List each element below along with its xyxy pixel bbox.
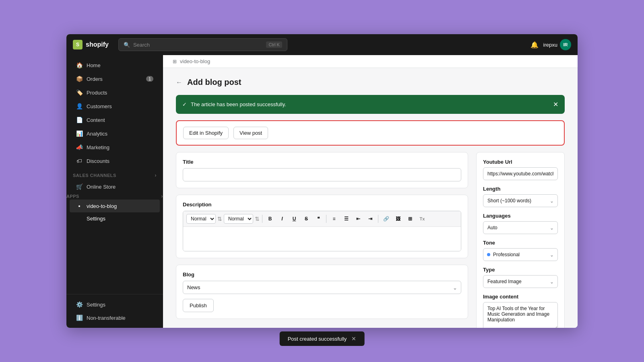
- sidebar-item-video-to-blog[interactable]: ▪ video-to-blog: [70, 200, 160, 212]
- publish-button[interactable]: Publish: [183, 299, 214, 312]
- sales-channels-label: Sales channels: [73, 173, 116, 178]
- sidebar-item-products[interactable]: 🏷️ Products: [70, 86, 160, 99]
- type-field: Type Featured Image Gallery None: [483, 267, 558, 288]
- left-column: Title Description Normal ⇅: [176, 152, 468, 328]
- toolbar-sort2-icon: ⇅: [255, 216, 260, 222]
- image-content-field: Image content Top AI Tools of the Year f…: [483, 294, 558, 328]
- bold-button[interactable]: B: [265, 214, 275, 224]
- sidebar-item-marketing[interactable]: 📣 Marketing: [70, 141, 160, 154]
- settings-label: Settings: [87, 302, 105, 308]
- sidebar-item-label: Home: [87, 62, 101, 68]
- search-bar[interactable]: 🔍 Search Ctrl K: [118, 38, 287, 51]
- tone-select[interactable]: Professional Casual Formal: [483, 248, 558, 261]
- italic-button[interactable]: I: [277, 214, 287, 224]
- settings-sub-label: Settings: [87, 216, 105, 222]
- image-button[interactable]: 🖼: [393, 214, 403, 224]
- sidebar-item-label: Analytics: [87, 131, 107, 137]
- info-icon: ℹ️: [76, 315, 83, 321]
- style2-select[interactable]: Normal: [224, 214, 253, 224]
- tone-select-wrap: Professional Casual Formal: [483, 248, 558, 261]
- strikethrough-button[interactable]: S: [301, 214, 312, 224]
- editor-area[interactable]: [183, 227, 461, 251]
- youtube-url-input[interactable]: [483, 167, 558, 180]
- success-check-icon: ✓: [182, 101, 187, 107]
- blog-card: Blog News Company Blog Tech Blog ⌄: [176, 265, 468, 319]
- sidebar-item-orders[interactable]: 📦 Orders 1: [70, 72, 160, 85]
- length-select[interactable]: Short (~1000 words) Medium (~2000 words)…: [483, 194, 558, 207]
- sidebar-item-label: Products: [87, 90, 107, 96]
- sidebar-item-discounts[interactable]: 🏷 Discounts: [70, 154, 160, 167]
- user-badge[interactable]: irepxu IR: [543, 39, 571, 50]
- style1-select[interactable]: Normal: [186, 214, 216, 224]
- toast-message: Post created successfully: [288, 336, 347, 342]
- edit-in-shopify-button[interactable]: Edit in Shopify: [183, 127, 229, 139]
- indent-button[interactable]: ⇤: [353, 214, 363, 224]
- toast-close-button[interactable]: ✕: [351, 335, 356, 342]
- logo-text: shopify: [86, 41, 109, 48]
- table-button[interactable]: ⊞: [405, 214, 415, 224]
- languages-select[interactable]: Auto English Spanish French: [483, 221, 558, 234]
- tone-label: Tone: [483, 240, 558, 246]
- view-post-button[interactable]: View post: [233, 127, 268, 139]
- length-select-wrap: Short (~1000 words) Medium (~2000 words)…: [483, 194, 558, 207]
- sidebar-sub-settings[interactable]: Settings: [70, 213, 160, 224]
- online-store-icon: 🛒: [76, 183, 83, 190]
- top-nav: S shopify 🔍 Search Ctrl K 🔔 irepxu IR: [66, 34, 578, 55]
- sales-channels-section: Sales channels ›: [66, 168, 163, 180]
- title-label: Title: [183, 159, 461, 165]
- ordered-list-button[interactable]: ≡: [329, 214, 339, 224]
- notification-bell-icon[interactable]: 🔔: [530, 41, 539, 49]
- orders-badge: 1: [146, 76, 153, 82]
- sidebar-item-home[interactable]: 🏠 Home: [70, 59, 160, 72]
- youtube-url-field: Youtube Url: [483, 159, 558, 180]
- clear-format-button[interactable]: Tx: [417, 214, 427, 224]
- page-header: ← Add blog post: [176, 78, 565, 87]
- image-content-textarea[interactable]: Top AI Tools of the Year for Music Gener…: [483, 302, 558, 328]
- products-icon: 🏷️: [76, 89, 83, 96]
- title-input[interactable]: [183, 168, 461, 181]
- sidebar-item-settings[interactable]: ⚙️ Settings: [70, 298, 160, 311]
- toolbar-divider-2: [326, 215, 326, 223]
- search-icon: 🔍: [124, 42, 130, 48]
- two-column-layout: Title Description Normal ⇅: [176, 152, 565, 328]
- username: irepxu: [543, 42, 557, 48]
- toolbar-divider-3: [378, 215, 378, 223]
- online-store-label: Online Store: [87, 184, 116, 190]
- sales-channels-arrow: ›: [155, 173, 157, 178]
- bullet-list-button[interactable]: ☰: [341, 214, 351, 224]
- sidebar-item-label: Discounts: [87, 158, 109, 164]
- sidebar-item-content[interactable]: 📄 Content: [70, 113, 160, 126]
- analytics-icon: 📊: [76, 130, 83, 137]
- back-button[interactable]: ←: [176, 79, 182, 86]
- sidebar-item-customers[interactable]: 👤 Customers: [70, 100, 160, 113]
- editor-wrapper: Normal ⇅ Normal ⇅ B I: [183, 211, 461, 251]
- underline-button[interactable]: U: [289, 214, 299, 224]
- sidebar-item-label: Orders: [87, 76, 103, 82]
- type-select-wrap: Featured Image Gallery None: [483, 275, 558, 288]
- right-column: Youtube Url Length Short (~1000 words) M…: [476, 152, 565, 328]
- description-label: Description: [183, 202, 461, 208]
- type-select[interactable]: Featured Image Gallery None: [483, 275, 558, 288]
- video-to-blog-icon: ▪: [76, 203, 83, 209]
- quote-button[interactable]: ❝: [313, 214, 324, 224]
- blog-select[interactable]: News Company Blog Tech Blog: [183, 281, 461, 294]
- sidebar-item-non-transferable[interactable]: ℹ️ Non-transferable: [70, 311, 160, 324]
- page-content: ← Add blog post ✓ The article has been p…: [163, 68, 578, 328]
- success-close-button[interactable]: ✕: [553, 101, 558, 108]
- outdent-button[interactable]: ⇥: [365, 214, 376, 224]
- sidebar-item-online-store[interactable]: 🛒 Online Store: [70, 180, 160, 193]
- blog-select-wrapper: News Company Blog Tech Blog ⌄: [183, 281, 461, 294]
- sidebar-item-label: Content: [87, 117, 105, 123]
- sidebar-bottom: ⚙️ Settings ℹ️ Non-transferable: [66, 294, 163, 325]
- sidebar-item-analytics[interactable]: 📊 Analytics: [70, 127, 160, 140]
- blog-label: Blog: [183, 272, 461, 278]
- toolbar-divider-1: [262, 215, 262, 223]
- youtube-url-label: Youtube Url: [483, 159, 558, 165]
- breadcrumb-grid-icon: ⊞: [173, 59, 177, 64]
- content-area: ⊞ video-to-blog ← Add blog post ✓ The ar…: [163, 55, 578, 328]
- shopify-logo-icon: S: [73, 40, 83, 49]
- app-name-label: video-to-blog: [87, 203, 117, 209]
- languages-label: Languages: [483, 213, 558, 219]
- publish-wrapper: Publish: [183, 299, 461, 312]
- link-button[interactable]: 🔗: [381, 214, 391, 224]
